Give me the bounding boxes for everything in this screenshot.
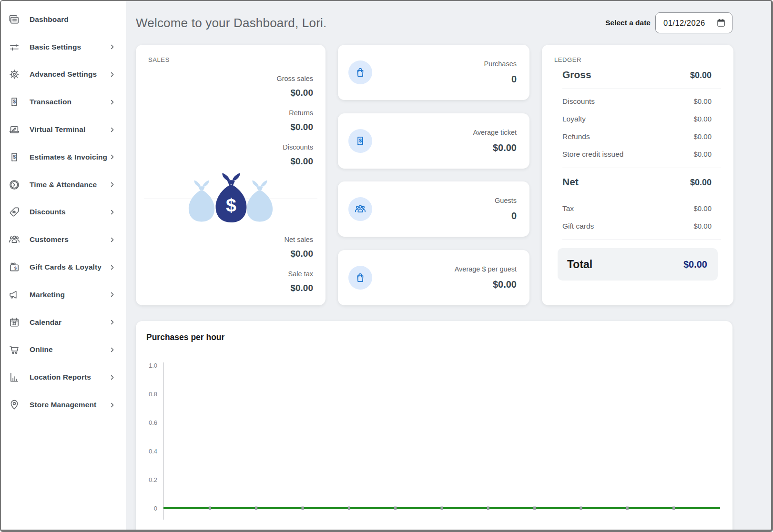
money-bag-icon: $ [174,171,287,229]
receipt-icon [348,129,372,153]
metric-label: Returns [289,109,313,117]
divider [562,168,721,168]
stat-content: Average $ per guest $0.00 [455,265,517,290]
sidebar-item[interactable]: Advanced Settings [1,61,126,89]
sidebar-item[interactable]: Store Management [1,391,126,419]
people-icon [8,233,21,246]
sidebar-item-label: Calendar [30,318,61,327]
bag-icon [348,60,372,84]
chevron-right-icon [108,373,116,381]
purchases-per-hour-chart: Purchases per hour 1.00.80.60.40.20 [136,321,732,530]
ledger-row: Tax $0.00 [554,204,721,213]
sidebar-item[interactable]: Marketing [1,281,126,309]
ledger-row-value: $0.00 [693,150,712,159]
megaphone-icon [8,288,21,301]
sidebar-item-label: Online [30,345,53,354]
stat-value: $0.00 [493,279,517,290]
sidebar-item-label: Basic Settings [30,43,81,51]
svg-text:0.4: 0.4 [149,448,157,455]
svg-text:0.2: 0.2 [149,476,157,483]
sales-bottom-metrics: Net sales $0.00 Sale tax $0.00 [148,236,313,304]
sliders-icon [8,40,21,54]
total-label: Total [567,258,592,271]
page-title: Welcome to your Dashboard, Lori. [136,16,326,30]
chevron-right-icon [108,208,116,216]
sidebar-item-label: Transaction [30,98,71,106]
ledger-row-label: Refunds [562,132,590,141]
svg-text:0.6: 0.6 [149,419,157,426]
sidebar-item[interactable]: Basic Settings [1,33,126,61]
sidebar-item[interactable]: Customers [1,226,126,253]
main-content: Welcome to your Dashboard, Lori. Select … [126,1,771,530]
ledger-row-label: Discounts [562,97,595,106]
sidebar-item[interactable]: Dashboard [1,6,126,33]
stat-label: Purchases [484,60,517,68]
stat-card: Purchases 0 [338,45,529,100]
sidebar-item[interactable]: Gift Cards & Loyalty [1,253,126,281]
ledger-row-label: Store credit issued [562,150,623,159]
metric-label: Net sales [285,236,313,243]
svg-text:0.8: 0.8 [149,391,157,398]
stat-content: Guests 0 [495,197,517,221]
sidebar-item-label: Virtual Terminal [30,125,85,134]
gross-value: $0.00 [690,70,712,80]
ledger-additions: Tax $0.00 Gift cards $0.00 [554,204,721,231]
sidebar-item[interactable]: Discounts [1,199,126,226]
ledger-adjustments: Discounts $0.00 Loyalty $0.00 Refunds $0… [554,97,721,159]
divider [562,196,721,196]
chevron-right-icon [108,98,116,106]
svg-text:$: $ [226,194,236,215]
sidebar-item-label: Advanced Settings [30,70,97,79]
chart-plot: 1.00.80.60.40.20 [136,346,732,530]
pin-icon [8,398,21,412]
summary-section: SALES Gross sales $0.00 Returns $0.00 [136,45,732,305]
stat-label: Average ticket [473,129,517,136]
stat-card: Average ticket $0.00 [338,113,529,169]
sidebar-item[interactable]: Estimates & Invoicing [1,143,126,171]
dashboard-icon [8,13,21,26]
stat-cards-column: Purchases 0 Average ticket $0.00 [338,45,529,305]
sidebar-item[interactable]: Virtual Terminal [1,116,126,143]
chevron-right-icon [108,291,116,299]
ledger-row-value: $0.00 [693,97,712,106]
svg-text:0: 0 [154,505,157,512]
chevron-right-icon [108,153,116,161]
calendar-icon[interactable] [716,18,726,28]
people-icon [348,197,372,221]
stat-value: 0 [511,74,517,85]
gear-icon [8,68,21,81]
sales-metric: Returns $0.00 [289,109,313,143]
sidebar-item[interactable]: Online [1,336,126,364]
metric-label: Gross sales [276,75,313,82]
sidebar-item-label: Time & Attendance [30,181,97,189]
chevron-right-icon [108,70,116,79]
sidebar: Dashboard Basic Settings Advanced Settin… [1,1,126,530]
chevron-right-icon [108,126,116,134]
sidebar-item[interactable]: Time & Attendance [1,171,126,199]
ledger-card-title: LEDGER [554,56,721,63]
date-selector: Select a date 01/12/2026 [605,12,732,33]
sidebar-item-label: Gift Cards & Loyalty [30,263,102,271]
sidebar-item[interactable]: Location Reports [1,363,126,391]
stat-label: Guests [495,197,517,204]
ledger-row: Gift cards $0.00 [554,222,721,231]
tag-icon [8,205,21,219]
date-input-value[interactable]: 01/12/2026 [663,19,705,28]
date-input[interactable]: 01/12/2026 [655,12,732,33]
chevron-right-icon [108,346,116,354]
metric-label: Discounts [283,143,313,151]
chevron-right-icon [108,318,116,326]
sidebar-item[interactable]: Transaction [1,88,126,116]
sidebar-item-label: Customers [30,235,69,244]
chevron-right-icon [108,43,116,51]
ledger-row-value: $0.00 [693,204,712,213]
metric-value: $0.00 [290,88,313,98]
chevron-right-icon [108,181,116,189]
sales-metric: Net sales $0.00 [285,236,313,270]
metric-label: Sale tax [288,270,313,278]
ledger-row: Discounts $0.00 [554,97,721,106]
sales-metric: Gross sales $0.00 [276,75,313,109]
sidebar-item[interactable]: Calendar [1,309,126,336]
topbar: Welcome to your Dashboard, Lori. Select … [136,1,732,45]
metric-value: $0.00 [290,156,313,167]
